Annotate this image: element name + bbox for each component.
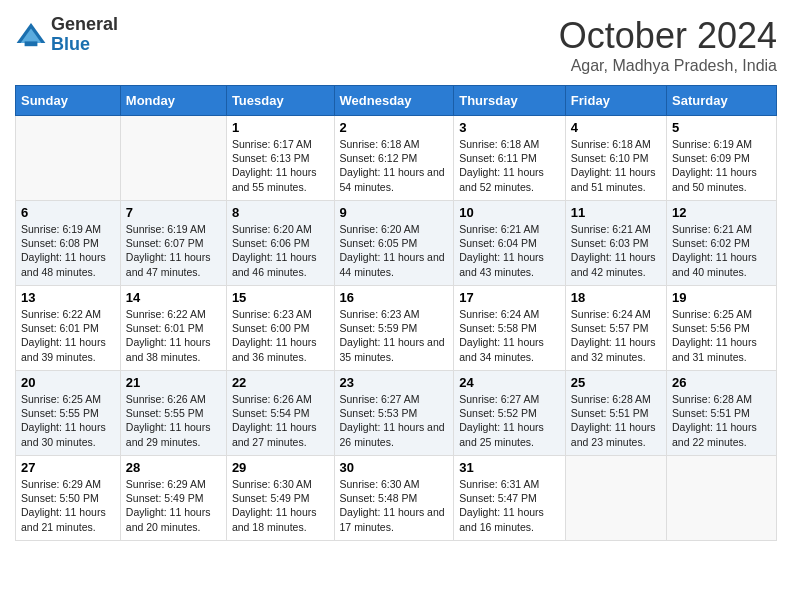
day-number: 7 bbox=[126, 205, 221, 220]
week-row-3: 13Sunrise: 6:22 AMSunset: 6:01 PMDayligh… bbox=[16, 286, 777, 371]
week-row-4: 20Sunrise: 6:25 AMSunset: 5:55 PMDayligh… bbox=[16, 371, 777, 456]
calendar-cell bbox=[667, 456, 777, 541]
day-info: Sunrise: 6:27 AMSunset: 5:52 PMDaylight:… bbox=[459, 392, 560, 449]
day-info: Sunrise: 6:27 AMSunset: 5:53 PMDaylight:… bbox=[340, 392, 449, 449]
title-block: October 2024 Agar, Madhya Pradesh, India bbox=[559, 15, 777, 75]
calendar-cell: 31Sunrise: 6:31 AMSunset: 5:47 PMDayligh… bbox=[454, 456, 566, 541]
day-info: Sunrise: 6:25 AMSunset: 5:56 PMDaylight:… bbox=[672, 307, 771, 364]
calendar-cell: 9Sunrise: 6:20 AMSunset: 6:05 PMDaylight… bbox=[334, 201, 454, 286]
week-row-5: 27Sunrise: 6:29 AMSunset: 5:50 PMDayligh… bbox=[16, 456, 777, 541]
calendar-cell: 26Sunrise: 6:28 AMSunset: 5:51 PMDayligh… bbox=[667, 371, 777, 456]
calendar-cell: 10Sunrise: 6:21 AMSunset: 6:04 PMDayligh… bbox=[454, 201, 566, 286]
calendar-cell bbox=[120, 116, 226, 201]
day-info: Sunrise: 6:21 AMSunset: 6:04 PMDaylight:… bbox=[459, 222, 560, 279]
calendar-cell: 21Sunrise: 6:26 AMSunset: 5:55 PMDayligh… bbox=[120, 371, 226, 456]
day-info: Sunrise: 6:26 AMSunset: 5:54 PMDaylight:… bbox=[232, 392, 329, 449]
calendar-cell: 1Sunrise: 6:17 AMSunset: 6:13 PMDaylight… bbox=[226, 116, 334, 201]
day-info: Sunrise: 6:22 AMSunset: 6:01 PMDaylight:… bbox=[126, 307, 221, 364]
day-number: 18 bbox=[571, 290, 661, 305]
calendar-cell: 27Sunrise: 6:29 AMSunset: 5:50 PMDayligh… bbox=[16, 456, 121, 541]
calendar-cell: 24Sunrise: 6:27 AMSunset: 5:52 PMDayligh… bbox=[454, 371, 566, 456]
day-number: 28 bbox=[126, 460, 221, 475]
day-info: Sunrise: 6:31 AMSunset: 5:47 PMDaylight:… bbox=[459, 477, 560, 534]
calendar-cell: 4Sunrise: 6:18 AMSunset: 6:10 PMDaylight… bbox=[565, 116, 666, 201]
day-info: Sunrise: 6:20 AMSunset: 6:06 PMDaylight:… bbox=[232, 222, 329, 279]
logo-blue: Blue bbox=[51, 35, 118, 55]
calendar-body: 1Sunrise: 6:17 AMSunset: 6:13 PMDaylight… bbox=[16, 116, 777, 541]
day-number: 26 bbox=[672, 375, 771, 390]
calendar-cell: 20Sunrise: 6:25 AMSunset: 5:55 PMDayligh… bbox=[16, 371, 121, 456]
calendar-cell: 5Sunrise: 6:19 AMSunset: 6:09 PMDaylight… bbox=[667, 116, 777, 201]
calendar-cell bbox=[565, 456, 666, 541]
day-info: Sunrise: 6:22 AMSunset: 6:01 PMDaylight:… bbox=[21, 307, 115, 364]
weekday-header-friday: Friday bbox=[565, 86, 666, 116]
calendar-table: SundayMondayTuesdayWednesdayThursdayFrid… bbox=[15, 85, 777, 541]
day-number: 3 bbox=[459, 120, 560, 135]
day-number: 21 bbox=[126, 375, 221, 390]
calendar-cell: 29Sunrise: 6:30 AMSunset: 5:49 PMDayligh… bbox=[226, 456, 334, 541]
calendar-cell: 15Sunrise: 6:23 AMSunset: 6:00 PMDayligh… bbox=[226, 286, 334, 371]
calendar-cell: 6Sunrise: 6:19 AMSunset: 6:08 PMDaylight… bbox=[16, 201, 121, 286]
month-title: October 2024 bbox=[559, 15, 777, 57]
day-number: 27 bbox=[21, 460, 115, 475]
day-number: 11 bbox=[571, 205, 661, 220]
day-number: 4 bbox=[571, 120, 661, 135]
day-info: Sunrise: 6:18 AMSunset: 6:10 PMDaylight:… bbox=[571, 137, 661, 194]
day-info: Sunrise: 6:23 AMSunset: 5:59 PMDaylight:… bbox=[340, 307, 449, 364]
day-info: Sunrise: 6:23 AMSunset: 6:00 PMDaylight:… bbox=[232, 307, 329, 364]
day-number: 13 bbox=[21, 290, 115, 305]
day-number: 5 bbox=[672, 120, 771, 135]
calendar-cell: 16Sunrise: 6:23 AMSunset: 5:59 PMDayligh… bbox=[334, 286, 454, 371]
calendar-cell: 30Sunrise: 6:30 AMSunset: 5:48 PMDayligh… bbox=[334, 456, 454, 541]
calendar-cell: 28Sunrise: 6:29 AMSunset: 5:49 PMDayligh… bbox=[120, 456, 226, 541]
day-info: Sunrise: 6:21 AMSunset: 6:03 PMDaylight:… bbox=[571, 222, 661, 279]
day-number: 25 bbox=[571, 375, 661, 390]
day-info: Sunrise: 6:18 AMSunset: 6:12 PMDaylight:… bbox=[340, 137, 449, 194]
day-number: 29 bbox=[232, 460, 329, 475]
day-number: 2 bbox=[340, 120, 449, 135]
location: Agar, Madhya Pradesh, India bbox=[559, 57, 777, 75]
day-info: Sunrise: 6:19 AMSunset: 6:07 PMDaylight:… bbox=[126, 222, 221, 279]
day-info: Sunrise: 6:25 AMSunset: 5:55 PMDaylight:… bbox=[21, 392, 115, 449]
day-number: 19 bbox=[672, 290, 771, 305]
day-number: 30 bbox=[340, 460, 449, 475]
calendar-cell: 13Sunrise: 6:22 AMSunset: 6:01 PMDayligh… bbox=[16, 286, 121, 371]
calendar-cell: 14Sunrise: 6:22 AMSunset: 6:01 PMDayligh… bbox=[120, 286, 226, 371]
calendar-cell: 19Sunrise: 6:25 AMSunset: 5:56 PMDayligh… bbox=[667, 286, 777, 371]
logo-text: General Blue bbox=[51, 15, 118, 55]
calendar-cell: 3Sunrise: 6:18 AMSunset: 6:11 PMDaylight… bbox=[454, 116, 566, 201]
day-info: Sunrise: 6:17 AMSunset: 6:13 PMDaylight:… bbox=[232, 137, 329, 194]
day-info: Sunrise: 6:18 AMSunset: 6:11 PMDaylight:… bbox=[459, 137, 560, 194]
svg-rect-2 bbox=[25, 41, 38, 46]
weekday-row: SundayMondayTuesdayWednesdayThursdayFrid… bbox=[16, 86, 777, 116]
day-number: 9 bbox=[340, 205, 449, 220]
day-info: Sunrise: 6:29 AMSunset: 5:50 PMDaylight:… bbox=[21, 477, 115, 534]
calendar-cell: 2Sunrise: 6:18 AMSunset: 6:12 PMDaylight… bbox=[334, 116, 454, 201]
day-info: Sunrise: 6:24 AMSunset: 5:58 PMDaylight:… bbox=[459, 307, 560, 364]
day-info: Sunrise: 6:19 AMSunset: 6:08 PMDaylight:… bbox=[21, 222, 115, 279]
calendar-cell: 22Sunrise: 6:26 AMSunset: 5:54 PMDayligh… bbox=[226, 371, 334, 456]
weekday-header-wednesday: Wednesday bbox=[334, 86, 454, 116]
day-info: Sunrise: 6:24 AMSunset: 5:57 PMDaylight:… bbox=[571, 307, 661, 364]
weekday-header-tuesday: Tuesday bbox=[226, 86, 334, 116]
day-info: Sunrise: 6:30 AMSunset: 5:49 PMDaylight:… bbox=[232, 477, 329, 534]
weekday-header-saturday: Saturday bbox=[667, 86, 777, 116]
day-number: 14 bbox=[126, 290, 221, 305]
day-number: 31 bbox=[459, 460, 560, 475]
week-row-1: 1Sunrise: 6:17 AMSunset: 6:13 PMDaylight… bbox=[16, 116, 777, 201]
day-number: 23 bbox=[340, 375, 449, 390]
day-info: Sunrise: 6:19 AMSunset: 6:09 PMDaylight:… bbox=[672, 137, 771, 194]
day-info: Sunrise: 6:26 AMSunset: 5:55 PMDaylight:… bbox=[126, 392, 221, 449]
day-number: 15 bbox=[232, 290, 329, 305]
calendar-cell: 11Sunrise: 6:21 AMSunset: 6:03 PMDayligh… bbox=[565, 201, 666, 286]
calendar-cell: 18Sunrise: 6:24 AMSunset: 5:57 PMDayligh… bbox=[565, 286, 666, 371]
calendar-cell: 8Sunrise: 6:20 AMSunset: 6:06 PMDaylight… bbox=[226, 201, 334, 286]
day-info: Sunrise: 6:21 AMSunset: 6:02 PMDaylight:… bbox=[672, 222, 771, 279]
day-number: 8 bbox=[232, 205, 329, 220]
weekday-header-sunday: Sunday bbox=[16, 86, 121, 116]
logo-general: General bbox=[51, 15, 118, 35]
day-number: 12 bbox=[672, 205, 771, 220]
day-info: Sunrise: 6:30 AMSunset: 5:48 PMDaylight:… bbox=[340, 477, 449, 534]
week-row-2: 6Sunrise: 6:19 AMSunset: 6:08 PMDaylight… bbox=[16, 201, 777, 286]
calendar-cell: 17Sunrise: 6:24 AMSunset: 5:58 PMDayligh… bbox=[454, 286, 566, 371]
